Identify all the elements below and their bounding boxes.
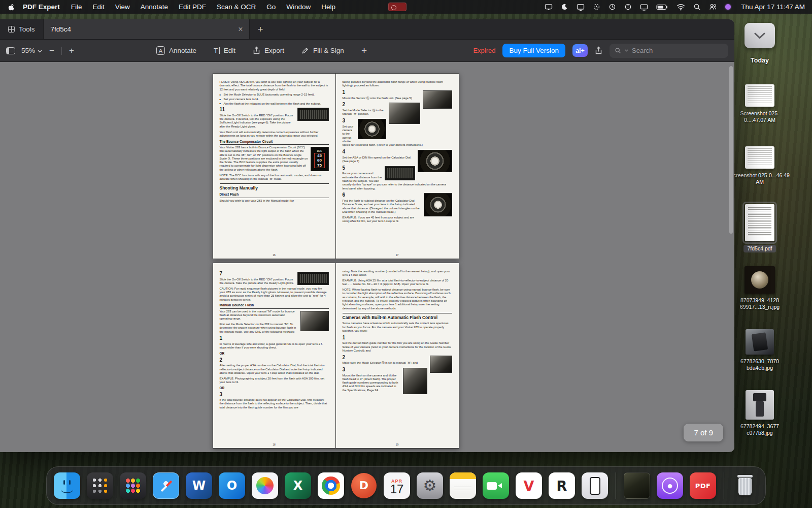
buy-full-version-button[interactable]: Buy Full Version bbox=[502, 44, 565, 57]
fast-user-switching-icon[interactable] bbox=[709, 3, 717, 11]
menu-file[interactable]: File bbox=[71, 3, 82, 11]
dock-excel-icon[interactable]: X bbox=[285, 472, 311, 499]
dock-photos-icon[interactable] bbox=[252, 472, 278, 499]
desktop-file-photo-round[interactable]: 87073949_4128 69917...13_n.jpg bbox=[729, 266, 791, 310]
dock-trash-icon[interactable] bbox=[732, 472, 758, 499]
calendar-day: 17 bbox=[390, 484, 404, 495]
paragraph: using. Note the resulting number (rounde… bbox=[343, 270, 452, 277]
desktop-file-pdf[interactable]: 7fd5c4.pdf bbox=[729, 204, 791, 252]
status-dot-icon[interactable] bbox=[725, 4, 731, 10]
menubar-clock[interactable]: Thu Apr 17 11:47 AM bbox=[741, 3, 805, 11]
zoom-level-dropdown[interactable]: 55% bbox=[21, 47, 42, 54]
paragraph: NOTE: The BCC functions with any of the … bbox=[220, 174, 329, 181]
file-thumbnail bbox=[746, 329, 774, 355]
dock-settings-icon[interactable]: ⚙ bbox=[417, 472, 443, 499]
bullet-item: Aim the flash at the midpoint on the wal… bbox=[220, 102, 329, 106]
file-label: 7fd5c4.pdf bbox=[743, 245, 775, 252]
paragraph: Your 283 can be used in the manual “M” m… bbox=[220, 310, 329, 321]
section-heading: Direct Flash bbox=[220, 193, 329, 198]
dock-podcasts-icon[interactable]: ● bbox=[657, 472, 683, 499]
file-thumbnail bbox=[745, 204, 774, 241]
step-4: 4Set the ASA or DIN film speed on the Ca… bbox=[343, 149, 452, 163]
file-thumbnail bbox=[746, 390, 774, 420]
menu-scan-ocr[interactable]: Scan & OCR bbox=[217, 3, 256, 11]
menu-window[interactable]: Window bbox=[286, 3, 311, 11]
dock-outlook-icon[interactable]: O bbox=[219, 472, 245, 499]
app-glyph: R bbox=[557, 479, 567, 493]
add-tool-button[interactable]: + bbox=[361, 45, 367, 56]
dock-dark-stack-icon[interactable] bbox=[624, 472, 650, 499]
file-thumbnail bbox=[745, 84, 774, 107]
zoom-out-button[interactable]: − bbox=[48, 46, 55, 56]
dock-safari-icon[interactable] bbox=[153, 472, 179, 499]
wifi-icon[interactable] bbox=[676, 4, 685, 11]
dock-pdf-expert-icon[interactable]: PDF bbox=[690, 472, 716, 499]
document-area[interactable]: FLASH: Using ASA 25 film, you wish to us… bbox=[0, 62, 734, 452]
zoom-in-button[interactable]: + bbox=[68, 46, 75, 56]
app-glyph: PDF bbox=[695, 483, 711, 489]
desktop-file-screenshot[interactable]: Screenshot 025-0....47.07 AM bbox=[729, 84, 791, 123]
document-tab[interactable]: 7fd5c4 × bbox=[44, 19, 250, 39]
focus-moon-icon[interactable] bbox=[561, 3, 568, 11]
dock-duckduckgo-icon[interactable]: D bbox=[351, 472, 377, 499]
dock-finder-icon[interactable] bbox=[54, 472, 80, 499]
dock-v-app-icon[interactable]: V bbox=[516, 472, 542, 499]
menu-annotate[interactable]: Annotate bbox=[141, 3, 168, 11]
step-11: 11Slide the On-Off Switch to the RED “ON… bbox=[220, 107, 329, 129]
search-field[interactable]: Search bbox=[610, 44, 728, 58]
step-3: 3If the total bounce distance does not a… bbox=[220, 392, 329, 409]
scrollbar-thumb[interactable] bbox=[729, 66, 733, 234]
dock-r-app-icon[interactable]: R bbox=[549, 472, 575, 499]
menu-view[interactable]: View bbox=[115, 3, 130, 11]
menu-edit-pdf[interactable]: Edit PDF bbox=[179, 3, 206, 11]
edit-button[interactable]: T Edit bbox=[214, 47, 235, 54]
active-app-name[interactable]: PDF Expert bbox=[23, 3, 60, 11]
app-glyph: X bbox=[293, 480, 303, 492]
dock-calculator-icon[interactable] bbox=[87, 472, 113, 499]
dock-chrome-icon[interactable] bbox=[318, 472, 344, 499]
menubar-menus: FileEditViewAnnotateEdit PDFScan & OCRGo… bbox=[71, 3, 335, 11]
sync-icon[interactable] bbox=[593, 3, 600, 11]
menu-go[interactable]: Go bbox=[266, 3, 276, 11]
clock-icon[interactable] bbox=[608, 3, 616, 11]
toolbar-center-group: A Annotate T Edit Export Fill & Sign + bbox=[156, 45, 367, 56]
annotate-button[interactable]: A Annotate bbox=[156, 46, 196, 55]
airplay-icon[interactable] bbox=[577, 3, 585, 11]
pdf-spread: FLASH: Using ASA 25 film, you wish to us… bbox=[213, 73, 459, 259]
desktop-file-flash1[interactable]: 67782630_7870 bda4eb.jpg bbox=[729, 329, 791, 371]
or-separator: OR bbox=[220, 352, 329, 356]
dock: WOXDAPR17⚙VR●PDF bbox=[46, 466, 766, 505]
desktop-file-flash2[interactable]: 67782494_3677 c077b8.jpg bbox=[729, 390, 791, 436]
paragraph: NOTE: When figuring flash-to-subject dis… bbox=[343, 288, 452, 310]
screen-recording-badge[interactable] bbox=[388, 3, 407, 11]
export-button[interactable]: Export bbox=[253, 46, 284, 55]
ai-assistant-button[interactable]: ai+ bbox=[572, 44, 588, 57]
desktop-stack-widget[interactable] bbox=[745, 23, 775, 48]
sidebar-toggle-icon[interactable] bbox=[6, 47, 15, 54]
dock-calendar-icon[interactable]: APR17 bbox=[384, 472, 410, 499]
dock-notes-icon[interactable] bbox=[450, 472, 476, 499]
app-glyph: O bbox=[227, 480, 237, 492]
tab-close-icon[interactable]: × bbox=[238, 25, 243, 34]
battery-icon[interactable] bbox=[656, 4, 668, 11]
fill-sign-button[interactable]: Fill & Sign bbox=[301, 47, 344, 54]
paragraph: FLASH: Using ASA 25 film, you wish to us… bbox=[220, 80, 329, 91]
menu-help[interactable]: Help bbox=[321, 3, 335, 11]
display-mirroring-icon[interactable] bbox=[545, 3, 553, 11]
monitor-icon[interactable] bbox=[640, 3, 648, 11]
spotlight-search-icon[interactable] bbox=[693, 3, 701, 11]
license-expired-label: Expired bbox=[473, 47, 495, 54]
apple-menu-icon[interactable] bbox=[7, 3, 15, 11]
dock-iphone-mirroring-icon[interactable] bbox=[582, 472, 608, 499]
dock-facetime-icon[interactable] bbox=[483, 472, 509, 499]
new-tab-button[interactable]: + bbox=[250, 19, 272, 39]
share-button[interactable] bbox=[595, 46, 602, 55]
desktop-file-screenshot[interactable]: Screenshot 025-0...46.49 AM bbox=[729, 146, 791, 185]
info-icon[interactable] bbox=[624, 3, 632, 11]
app-glyph: W bbox=[192, 480, 206, 492]
menu-edit[interactable]: Edit bbox=[93, 3, 105, 11]
dock-word-icon[interactable]: W bbox=[186, 472, 212, 499]
pdf-spread: 7Slide the On-Off Switch to the RED “ON”… bbox=[213, 263, 459, 449]
dock-launchpad-icon[interactable] bbox=[120, 472, 146, 499]
tools-button[interactable]: Tools bbox=[0, 19, 44, 39]
